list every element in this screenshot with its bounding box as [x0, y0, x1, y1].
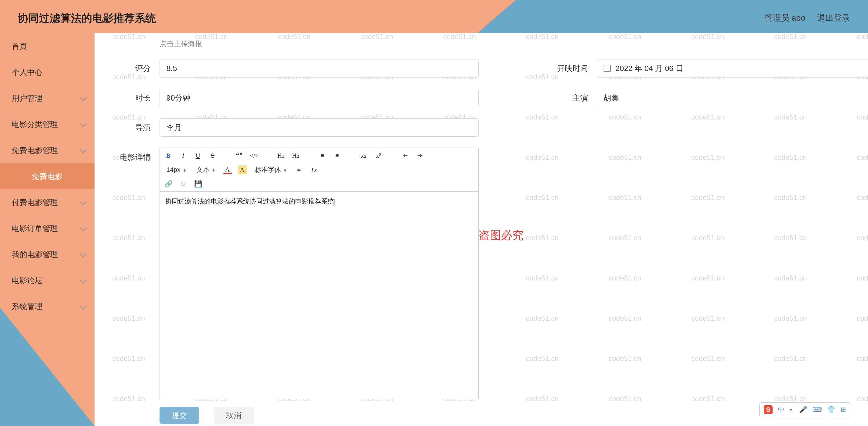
sidebar: 首页个人中心用户管理电影分类管理免费电影管理免费电影付费电影管理电影订单管理我的…: [0, 33, 95, 426]
h2-icon[interactable]: H₂: [291, 151, 300, 160]
sidebar-item-5[interactable]: 免费电影: [0, 163, 95, 189]
outdent-icon[interactable]: ⇤: [401, 151, 409, 160]
ime-keyboard-icon[interactable]: ⌨: [812, 406, 822, 414]
ime-skin-icon[interactable]: 👕: [827, 406, 835, 414]
paragraph-style-select[interactable]: 文本: [194, 165, 217, 175]
save-icon[interactable]: 💾: [193, 179, 203, 189]
cancel-button[interactable]: 取消: [214, 407, 253, 424]
editor-toolbar: B I U S ❝❞ </> H₁ H₂ ≡ ≡ x₂ x² ⇤ ⇥: [160, 148, 478, 192]
superscript-icon[interactable]: x²: [374, 151, 383, 160]
input-rating[interactable]: [159, 59, 478, 78]
sidebar-item-6[interactable]: 付费电影管理: [0, 189, 95, 216]
unordered-list-icon[interactable]: ≡: [333, 151, 342, 160]
main-content: 点击上传海报 评分 开映时间 2022 年 04 月 06 日 时长 主演 导演: [95, 33, 868, 426]
sidebar-item-2[interactable]: 用户管理: [0, 85, 95, 111]
input-actor[interactable]: [597, 89, 868, 107]
header-user-area: 管理员 abo 退出登录: [765, 12, 850, 24]
submit-button[interactable]: 提交: [159, 407, 199, 424]
bold-icon[interactable]: B: [164, 151, 173, 160]
header: 协同过滤算法的电影推荐系统 管理员 abo 退出登录: [0, 0, 868, 33]
indent-icon[interactable]: ⇥: [415, 151, 424, 160]
font-family-select[interactable]: 标准字体: [253, 165, 289, 175]
sidebar-item-4[interactable]: 免费电影管理: [0, 137, 95, 163]
input-duration[interactable]: [159, 89, 478, 107]
clear-format-icon[interactable]: Tx: [309, 165, 318, 174]
label-director: 导演: [112, 122, 151, 133]
link-icon[interactable]: 🔗: [164, 179, 173, 189]
ordered-list-icon[interactable]: ≡: [318, 151, 327, 160]
ime-mic-icon[interactable]: 🎤: [799, 406, 807, 414]
ime-menu-icon[interactable]: ⊞: [840, 406, 846, 414]
code-icon[interactable]: </>: [250, 151, 259, 160]
underline-icon[interactable]: U: [193, 151, 203, 160]
editor-content[interactable]: 协同过滤算法的电影推荐系统协同过滤算法的电影推荐系统: [160, 192, 478, 399]
admin-label[interactable]: 管理员 abo: [765, 12, 806, 24]
image-icon[interactable]: ⧉: [179, 179, 188, 189]
bg-color-icon[interactable]: A: [238, 165, 247, 174]
sidebar-corner: [0, 308, 95, 426]
sidebar-item-8[interactable]: 我的电影管理: [0, 242, 95, 267]
app-title: 协同过滤算法的电影推荐系统: [18, 11, 156, 26]
sidebar-item-7[interactable]: 电影订单管理: [0, 216, 95, 242]
quote-icon[interactable]: ❝❞: [235, 151, 244, 160]
ime-logo-icon: S: [764, 405, 773, 414]
align-icon[interactable]: ≡: [294, 165, 303, 174]
subscript-icon[interactable]: x₂: [359, 151, 368, 160]
sidebar-item-3[interactable]: 电影分类管理: [0, 111, 95, 137]
input-director[interactable]: [159, 118, 478, 137]
sidebar-item-10[interactable]: 系统管理: [0, 293, 95, 319]
label-duration: 时长: [112, 93, 151, 103]
label-actor: 主演: [550, 93, 588, 103]
rich-text-editor: B I U S ❝❞ </> H₁ H₂ ≡ ≡ x₂ x² ⇤ ⇥: [159, 148, 478, 399]
label-rating: 评分: [112, 63, 151, 74]
label-detail: 电影详情: [112, 152, 151, 399]
logout-link[interactable]: 退出登录: [817, 12, 850, 24]
ime-bar[interactable]: S 中 •, 🎤 ⌨ 👕 ⊞: [759, 402, 850, 417]
label-release: 开映时间: [550, 63, 588, 74]
font-color-icon[interactable]: A: [223, 165, 232, 174]
font-size-select[interactable]: 14px: [164, 165, 188, 174]
sidebar-item-9[interactable]: 电影论坛: [0, 267, 95, 293]
italic-icon[interactable]: I: [179, 151, 188, 160]
release-date-text: 2022 年 04 月 06 日: [615, 63, 683, 74]
calendar-icon: [603, 65, 611, 72]
ime-lang-icon[interactable]: 中: [778, 405, 784, 414]
input-release-date[interactable]: 2022 年 04 月 06 日: [597, 59, 868, 78]
h1-icon[interactable]: H₁: [277, 151, 285, 160]
sidebar-item-1[interactable]: 个人中心: [0, 59, 95, 85]
upload-poster-hint[interactable]: 点击上传海报: [159, 39, 850, 49]
ime-punct-icon[interactable]: •,: [790, 406, 794, 414]
editor-text: 协同过滤算法的电影推荐系统协同过滤算法的电影推荐系统: [165, 198, 334, 205]
strike-icon[interactable]: S: [208, 151, 217, 160]
sidebar-item-0[interactable]: 首页: [0, 33, 95, 59]
